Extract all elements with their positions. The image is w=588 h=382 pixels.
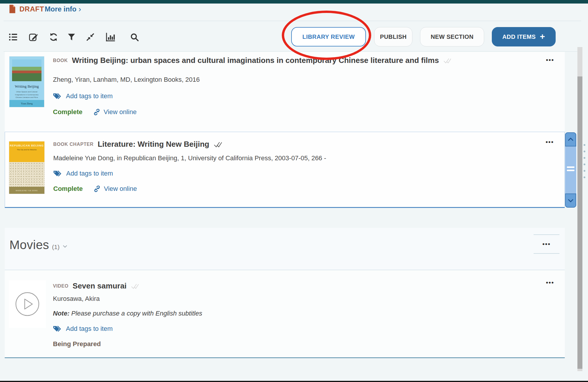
cover-subtitle: Urban Spaces and Cultural Imaginations i… [12,91,42,99]
item-citation-meta: Zheng, Yiran, Lanham, MD, Lexington Book… [53,76,200,84]
item-public-note: Note: Please purchase a copy with Englis… [53,310,202,317]
chevron-down-icon [63,245,67,248]
search-icon [130,32,139,42]
add-items-button[interactable]: ADD ITEMS + [492,27,556,46]
item-menu-button[interactable]: ••• [546,56,554,64]
tag-icon [53,93,61,100]
note-label: Note: [53,310,69,317]
section-menu-container: ••• [534,234,559,254]
edit-list-icon[interactable] [27,31,40,44]
list-icon [9,32,18,42]
approval-check-icon [443,57,452,64]
bar-chart-icon [105,32,116,42]
section-menu-button[interactable]: ••• [542,241,551,248]
add-items-label: ADD ITEMS [502,34,536,40]
add-tags-link[interactable]: Add tags to item [53,325,113,333]
chevron-down-icon [568,199,574,202]
item-title-row: BOOK Writing Beijing: urban spaces and c… [53,56,452,65]
window-bottom-edge [0,381,588,382]
item-title-row: VIDEO Seven samurai [53,281,139,291]
report-chart-icon[interactable] [104,31,117,44]
status-badge: Complete [53,108,82,116]
search-icon-button[interactable] [128,31,141,44]
note-text: Please purchase a copy with English subt… [69,310,202,317]
collapse-all-icon[interactable] [84,31,97,44]
item-move-control [565,132,576,208]
chevron-right-icon: › [79,6,81,13]
section-collapse-toggle[interactable] [63,244,67,249]
more-info-label: More info [45,5,76,13]
list-item-book: Writing Beijing Urban Spaces and Cultura… [5,52,565,132]
status-badge: Being Prepared [53,340,101,348]
link-icon [93,185,101,193]
item-title[interactable]: Literature: Writing New Beijing [98,140,209,149]
add-tags-label: Add tags to item [66,92,113,100]
view-online-label: View online [104,185,137,193]
item-citation-meta: Madeleine Yue Dong, in Republican Beijin… [53,154,326,162]
item-menu-button[interactable]: ••• [546,139,554,146]
list-item-book-chapter-selected: REPUBLICAN BEIJING The City and Its Hist… [5,132,565,208]
item-title[interactable]: Seven samurai [73,281,127,291]
item-status-row: Complete View online [53,108,136,116]
section-title-row: Movies (1) [9,238,67,252]
list-item-video: VIDEO Seven samurai Kurosawa, Akira Note… [5,270,565,358]
item-status-row: Complete View online [53,185,137,193]
cover-author: Yiran Zheng [9,102,44,105]
view-online-link[interactable]: View online [93,185,137,193]
cover-artwork [12,59,41,81]
chevron-up-icon [568,138,574,141]
item-status-row: Being Prepared [53,340,101,348]
cover-subtitle: The City and Its Histories [9,149,44,151]
item-author: Kurosawa, Akira [53,295,100,303]
new-section-button[interactable]: NEW SECTION [420,27,484,46]
reading-list-screen: DRAFT More info › [0,0,588,382]
approval-check-icon [213,141,223,148]
drag-handle[interactable] [567,166,574,173]
move-item-up-button[interactable] [565,132,576,146]
item-title-row: BOOK CHAPTER Literature: Writing New Bei… [53,140,223,149]
section-title: Movies [9,238,49,252]
window-top-bar [0,0,588,4]
view-online-label: View online [104,108,136,116]
approval-check-icon [131,283,139,290]
publish-button[interactable]: PUBLISH [374,27,412,46]
library-review-button[interactable]: LIBRARY REVIEW [291,27,366,46]
scrollbar-track[interactable] [577,47,582,371]
book-cover-thumbnail: Writing Beijing Urban Spaces and Cultura… [9,56,44,107]
cover-title: REPUBLICAN BEIJING [9,144,44,147]
collapse-icon [86,33,95,41]
panel-drag-dots [584,144,588,183]
link-icon [93,108,101,116]
item-title[interactable]: Writing Beijing: urban spaces and cultur… [72,56,439,65]
draft-status-label: DRAFT [19,5,44,13]
filter-icon-button[interactable] [65,31,78,44]
item-menu-button[interactable]: ••• [546,279,554,286]
edit-icon [29,32,38,42]
header-divider [4,21,581,21]
scrollbar-thumb[interactable] [577,76,582,369]
item-type-label: VIDEO [53,283,69,289]
video-thumbnail [9,280,46,328]
section-header-movies: Movies (1) ••• [5,228,565,270]
section-item-count: (1) [52,243,60,251]
view-online-link[interactable]: View online [93,108,136,116]
move-item-down-button[interactable] [565,193,576,208]
tag-icon [53,325,61,332]
refresh-icon [49,32,58,42]
add-tags-label: Add tags to item [66,170,113,177]
plus-icon: + [540,34,545,39]
status-badge: Complete [53,185,83,193]
filter-icon [67,33,76,41]
add-tags-link[interactable]: Add tags to item [53,170,113,177]
add-tags-label: Add tags to item [66,325,113,333]
item-type-label: BOOK CHAPTER [53,142,94,147]
refresh-list-icon[interactable] [47,31,60,44]
tag-icon [53,170,61,177]
list-view-icon[interactable] [7,31,20,44]
add-tags-link[interactable]: Add tags to item [53,92,113,100]
item-type-label: BOOK [53,58,68,63]
play-icon [15,292,40,316]
cover-author: MADELEINE YUE DONG [9,190,44,191]
more-info-link[interactable]: More info › [45,5,81,13]
book-chapter-cover-thumbnail: REPUBLICAN BEIJING The City and Its Hist… [9,141,44,194]
